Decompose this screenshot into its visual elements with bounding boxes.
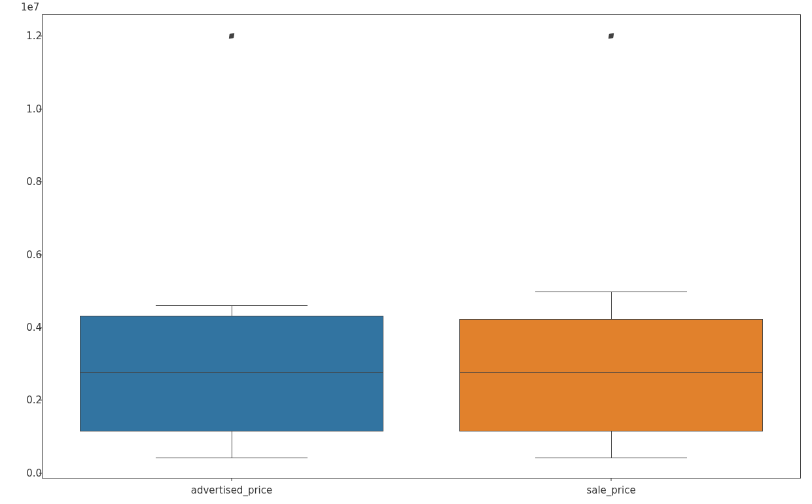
whisker-upper-sale_price xyxy=(611,292,612,319)
y-tick-mark xyxy=(39,473,43,473)
x-tick-label: sale_price xyxy=(586,484,635,496)
y-tick-mark xyxy=(39,182,43,182)
y-tick-mark xyxy=(39,400,43,401)
whisker-upper-advertised_price xyxy=(232,305,232,316)
box-advertised_price xyxy=(80,316,383,431)
whisker-lower-advertised_price xyxy=(232,431,232,458)
x-tick-label: advertised_price xyxy=(191,484,272,496)
box-sale_price xyxy=(459,319,763,431)
y-axis-offset-text: 1e7 xyxy=(21,1,39,13)
y-tick-mark xyxy=(39,254,43,255)
cap-lower-advertised_price xyxy=(156,458,308,458)
whisker-lower-sale_price xyxy=(611,431,612,458)
cap-upper-sale_price xyxy=(535,292,687,292)
median-sale_price xyxy=(459,372,763,373)
y-tick-mark xyxy=(39,327,43,328)
y-tick-mark xyxy=(39,109,43,109)
x-tick-mark xyxy=(611,478,612,481)
boxplot-figure: 1e7 0.00.20.40.60.81.01.2 advertised_pri… xyxy=(0,0,812,504)
cap-lower-sale_price xyxy=(535,458,687,458)
median-advertised_price xyxy=(80,372,383,373)
cap-upper-advertised_price xyxy=(156,305,308,306)
x-tick-mark xyxy=(232,478,232,481)
y-tick-mark xyxy=(39,36,43,37)
